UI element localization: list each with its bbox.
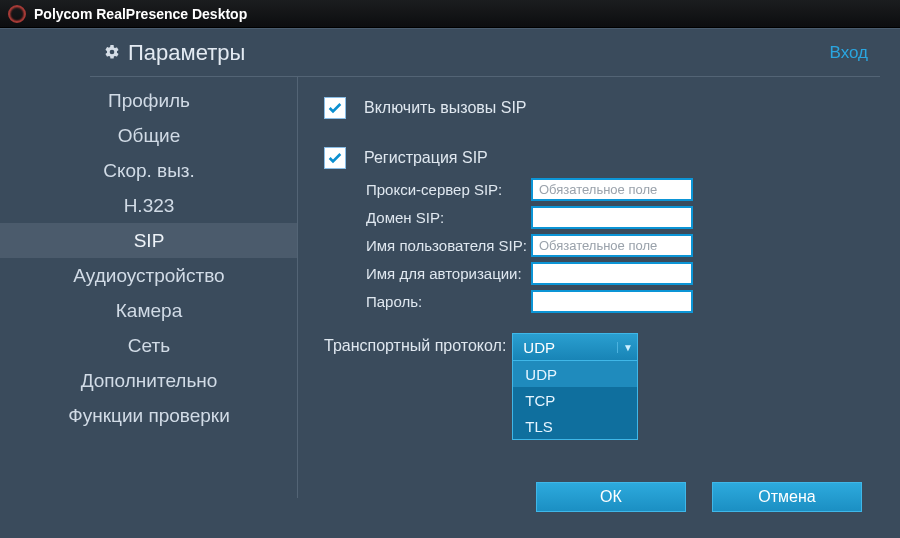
sidebar-item-label: Дополнительно xyxy=(81,370,218,392)
login-link[interactable]: Вход xyxy=(830,43,868,63)
sidebar-item-network[interactable]: Сеть xyxy=(0,328,298,363)
register-sip-label: Регистрация SIP xyxy=(364,149,488,167)
domain-label: Домен SIP: xyxy=(366,209,531,226)
sidebar-item-label: Общие xyxy=(118,125,180,147)
transport-option-udp[interactable]: UDP xyxy=(513,361,637,387)
option-label: TCP xyxy=(525,392,555,409)
domain-input[interactable] xyxy=(531,206,693,229)
app-title: Polycom RealPresence Desktop xyxy=(34,6,247,22)
sidebar-item-advanced[interactable]: Дополнительно xyxy=(0,363,298,398)
proxy-row: Прокси-сервер SIP: xyxy=(366,175,874,203)
user-row: Имя пользователя SIP: xyxy=(366,231,874,259)
check-icon xyxy=(327,150,343,166)
option-label: TLS xyxy=(525,418,553,435)
sidebar-item-label: Сеть xyxy=(128,335,170,357)
sidebar-item-diagnostics[interactable]: Функции проверки xyxy=(0,398,298,433)
button-label: ОК xyxy=(600,488,622,506)
authname-label: Имя для авторизации: xyxy=(366,265,531,282)
sidebar: Профиль Общие Скор. выз. H.323 SIP Аудио… xyxy=(0,77,298,538)
register-sip-checkbox[interactable] xyxy=(324,147,346,169)
app-icon xyxy=(8,5,26,23)
proxy-label: Прокси-сервер SIP: xyxy=(366,181,531,198)
transport-row: Транспортный протокол: UDP ▼ UDP TCP TLS xyxy=(324,333,874,440)
sip-form: Прокси-сервер SIP: Домен SIP: Имя пользо… xyxy=(366,175,874,315)
transport-label: Транспортный протокол: xyxy=(324,333,506,355)
transport-dropdown: UDP TCP TLS xyxy=(512,361,638,440)
transport-select-wrap: UDP ▼ UDP TCP TLS xyxy=(512,333,638,440)
authname-row: Имя для авторизации: xyxy=(366,259,874,287)
cancel-button[interactable]: Отмена xyxy=(712,482,862,512)
ok-button[interactable]: ОК xyxy=(536,482,686,512)
user-label: Имя пользователя SIP: xyxy=(366,237,531,254)
header: Параметры Вход xyxy=(0,29,900,77)
settings-window: Параметры Вход Профиль Общие Скор. выз. … xyxy=(0,28,900,538)
proxy-input[interactable] xyxy=(531,178,693,201)
button-label: Отмена xyxy=(758,488,815,506)
check-icon xyxy=(327,100,343,116)
sidebar-item-camera[interactable]: Камера xyxy=(0,293,298,328)
password-label: Пароль: xyxy=(366,293,531,310)
transport-option-tls[interactable]: TLS xyxy=(513,413,637,439)
page-title: Параметры xyxy=(128,40,245,66)
dialog-buttons: ОК Отмена xyxy=(536,482,862,512)
sidebar-item-label: H.323 xyxy=(124,195,175,217)
authname-input[interactable] xyxy=(531,262,693,285)
register-sip-row: Регистрация SIP xyxy=(324,147,874,169)
sidebar-item-label: Профиль xyxy=(108,90,190,112)
sidebar-item-label: SIP xyxy=(134,230,165,252)
titlebar: Polycom RealPresence Desktop xyxy=(0,0,900,28)
sidebar-item-label: Камера xyxy=(116,300,182,322)
sidebar-item-speeddial[interactable]: Скор. выз. xyxy=(0,153,298,188)
transport-option-tcp[interactable]: TCP xyxy=(513,387,637,413)
sidebar-item-profile[interactable]: Профиль xyxy=(0,83,298,118)
gear-icon xyxy=(104,44,120,63)
sidebar-item-label: Аудиоустройство xyxy=(73,265,224,287)
enable-sip-row: Включить вызовы SIP xyxy=(324,97,874,119)
sidebar-item-label: Функции проверки xyxy=(68,405,230,427)
transport-selected: UDP xyxy=(513,339,617,356)
sidebar-item-sip[interactable]: SIP xyxy=(0,223,298,258)
domain-row: Домен SIP: xyxy=(366,203,874,231)
sidebar-item-audio[interactable]: Аудиоустройство xyxy=(0,258,298,293)
chevron-down-icon: ▼ xyxy=(617,342,637,353)
sidebar-item-h323[interactable]: H.323 xyxy=(0,188,298,223)
password-input[interactable] xyxy=(531,290,693,313)
content: Профиль Общие Скор. выз. H.323 SIP Аудио… xyxy=(0,77,900,538)
user-input[interactable] xyxy=(531,234,693,257)
sidebar-item-label: Скор. выз. xyxy=(103,160,195,182)
enable-sip-label: Включить вызовы SIP xyxy=(364,99,527,117)
enable-sip-checkbox[interactable] xyxy=(324,97,346,119)
sidebar-item-general[interactable]: Общие xyxy=(0,118,298,153)
password-row: Пароль: xyxy=(366,287,874,315)
main-panel: Включить вызовы SIP Регистрация SIP Прок… xyxy=(298,77,900,538)
transport-select[interactable]: UDP ▼ xyxy=(512,333,638,361)
option-label: UDP xyxy=(525,366,557,383)
